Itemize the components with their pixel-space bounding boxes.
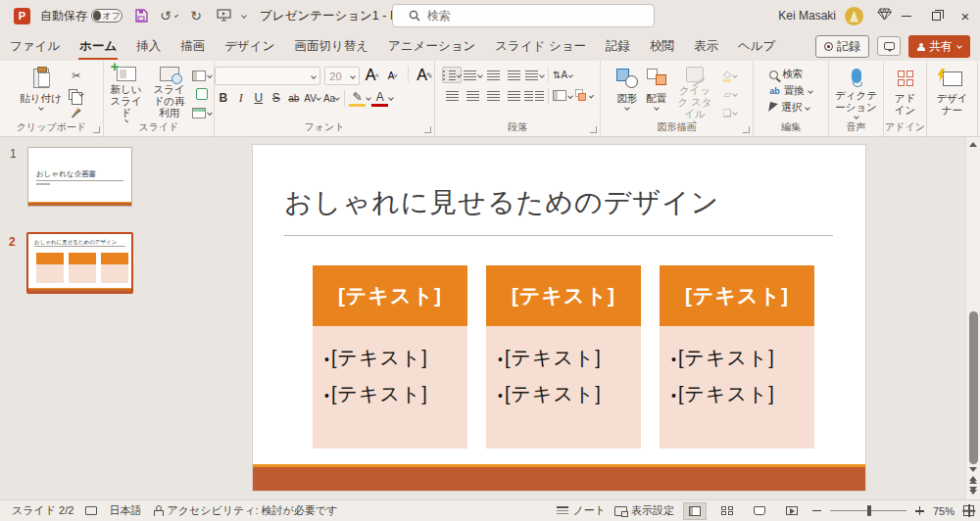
- align-text-button[interactable]: [553, 87, 572, 104]
- text-box-1[interactable]: [テキスト] •[テキスト] •[テキスト]: [313, 265, 467, 449]
- save-button[interactable]: [132, 7, 150, 24]
- drawing-dialog-launcher[interactable]: [743, 126, 750, 133]
- search-input[interactable]: [427, 9, 623, 23]
- box-2-bullet-1[interactable]: •[テキスト]: [498, 340, 635, 376]
- bullets-button[interactable]: [442, 67, 462, 83]
- fit-to-window-button[interactable]: [963, 505, 974, 516]
- search-bar[interactable]: [392, 4, 655, 27]
- premium-gem-icon[interactable]: [877, 8, 892, 24]
- clipboard-dialog-launcher[interactable]: [93, 126, 100, 133]
- paste-button[interactable]: 貼り付け: [17, 65, 65, 120]
- box-2-bullet-2[interactable]: •[テキスト]: [498, 376, 635, 412]
- undo-button[interactable]: ↺: [160, 7, 177, 24]
- font-size-combo[interactable]: 20: [324, 67, 360, 85]
- box-3-header[interactable]: [テキスト]: [660, 265, 814, 326]
- grow-font-button[interactable]: A˄: [364, 67, 380, 84]
- reuse-slides-button[interactable]: スライドの再利用: [148, 65, 190, 120]
- underline-button[interactable]: U: [250, 89, 267, 107]
- reset-button[interactable]: [192, 86, 212, 102]
- highlight-color-button[interactable]: ✎: [349, 89, 366, 107]
- shrink-font-button[interactable]: A˅: [384, 67, 401, 84]
- tab-home[interactable]: ホーム: [70, 31, 126, 61]
- autosave-toggle[interactable]: 自動保存 オフ: [40, 8, 122, 24]
- text-direction-button[interactable]: ⇅A: [553, 67, 572, 83]
- tab-review[interactable]: 校閲: [640, 31, 684, 61]
- select-button[interactable]: 選択: [769, 101, 812, 115]
- strikethrough-ab-button[interactable]: ab: [285, 89, 302, 107]
- font-dialog-launcher[interactable]: [424, 126, 431, 133]
- align-left-button[interactable]: [442, 87, 462, 104]
- align-right-button[interactable]: [483, 87, 503, 104]
- find-button[interactable]: 検索: [769, 68, 812, 81]
- zoom-slider[interactable]: [830, 510, 906, 511]
- spellcheck-button[interactable]: [85, 506, 97, 515]
- comments-button[interactable]: [877, 36, 901, 56]
- redo-button[interactable]: ↻: [187, 7, 205, 24]
- avatar[interactable]: [845, 7, 863, 25]
- tab-view[interactable]: 表示: [684, 31, 728, 61]
- format-painter-button[interactable]: [67, 105, 86, 120]
- shape-fill-button[interactable]: ◇: [720, 68, 740, 83]
- zoom-out-button[interactable]: [812, 510, 821, 512]
- record-button[interactable]: 記録: [815, 35, 869, 58]
- box-3-bullet-1[interactable]: •[テキスト]: [671, 340, 808, 376]
- smartart-button[interactable]: [573, 87, 593, 104]
- clear-formatting-button[interactable]: A✎: [416, 67, 433, 84]
- text-box-2[interactable]: [テキスト] •[テキスト] •[テキスト]: [486, 265, 641, 449]
- bold-button[interactable]: B: [215, 89, 231, 107]
- italic-button[interactable]: I: [232, 89, 249, 107]
- section-button[interactable]: [192, 105, 212, 120]
- restore-button[interactable]: [921, 0, 951, 31]
- numbering-button[interactable]: [463, 67, 482, 83]
- designer-button[interactable]: デザイナー: [933, 65, 972, 120]
- box-1-bullet-1[interactable]: •[テキスト]: [324, 340, 462, 376]
- shape-outline-button[interactable]: ▱: [720, 86, 740, 102]
- justify-button[interactable]: [504, 87, 523, 104]
- accessibility-button[interactable]: アクセシビリティ: 検討が必要です: [153, 503, 337, 518]
- box-1-bullet-2[interactable]: •[テキスト]: [324, 376, 462, 412]
- tab-help[interactable]: ヘルプ: [728, 31, 785, 61]
- decrease-indent-button[interactable]: [483, 67, 503, 83]
- tab-slideshow[interactable]: スライド ショー: [485, 31, 596, 61]
- notes-button[interactable]: ノート: [557, 503, 606, 518]
- normal-view-button[interactable]: [683, 502, 707, 520]
- line-spacing-button[interactable]: [524, 67, 544, 83]
- slide-sorter-view-button[interactable]: [715, 502, 739, 520]
- layout-button[interactable]: [192, 68, 212, 83]
- new-slide-button[interactable]: 新しいスライド: [106, 65, 146, 120]
- change-case-button[interactable]: Aa: [322, 89, 340, 107]
- shapes-button[interactable]: 図形: [613, 65, 641, 120]
- scrollbar-thumb[interactable]: [969, 311, 978, 464]
- box-3-bullet-2[interactable]: •[テキスト]: [671, 376, 808, 412]
- cut-button[interactable]: ✂: [67, 68, 86, 83]
- tab-file[interactable]: ファイル: [0, 31, 70, 61]
- increase-indent-button[interactable]: [504, 67, 523, 83]
- tab-draw[interactable]: 描画: [171, 31, 215, 61]
- start-slideshow-button[interactable]: [215, 7, 232, 24]
- box-1-header[interactable]: [テキスト]: [313, 265, 467, 326]
- tab-transitions[interactable]: 画面切り替え: [284, 31, 378, 61]
- strikethrough-button[interactable]: S: [268, 89, 284, 107]
- replace-button[interactable]: ab置換: [769, 84, 812, 98]
- slide-thumbnail-2[interactable]: おしゃれに見せるためのデザイン: [26, 232, 133, 294]
- columns-button[interactable]: [524, 87, 544, 104]
- zoom-in-button[interactable]: [915, 506, 924, 515]
- character-spacing-button[interactable]: AV: [303, 89, 321, 107]
- copy-button[interactable]: [67, 86, 86, 102]
- slideshow-view-button[interactable]: [780, 502, 804, 520]
- display-settings-button[interactable]: 表示設定: [614, 503, 674, 518]
- slide-canvas[interactable]: おしゃれに見せるためのデザイン [テキスト] •[テキスト] •[テキスト] […: [253, 145, 865, 491]
- text-box-3[interactable]: [テキスト] •[テキスト] •[テキスト]: [660, 265, 814, 449]
- autosave-switch-icon[interactable]: オフ: [91, 9, 122, 23]
- align-center-button[interactable]: [463, 87, 482, 104]
- tab-design[interactable]: デザイン: [215, 31, 284, 61]
- slide-title[interactable]: おしゃれに見せるためのデザイン: [284, 184, 719, 221]
- tab-animations[interactable]: アニメーション: [378, 31, 485, 61]
- previous-slide-button[interactable]: [969, 475, 977, 485]
- font-name-combo[interactable]: [215, 67, 320, 85]
- reading-view-button[interactable]: [748, 502, 771, 520]
- font-color-button[interactable]: A: [371, 89, 388, 107]
- minimize-button[interactable]: [892, 0, 921, 31]
- quick-styles-button[interactable]: クイック スタイル: [671, 65, 718, 120]
- customize-qat-button[interactable]: [242, 14, 246, 18]
